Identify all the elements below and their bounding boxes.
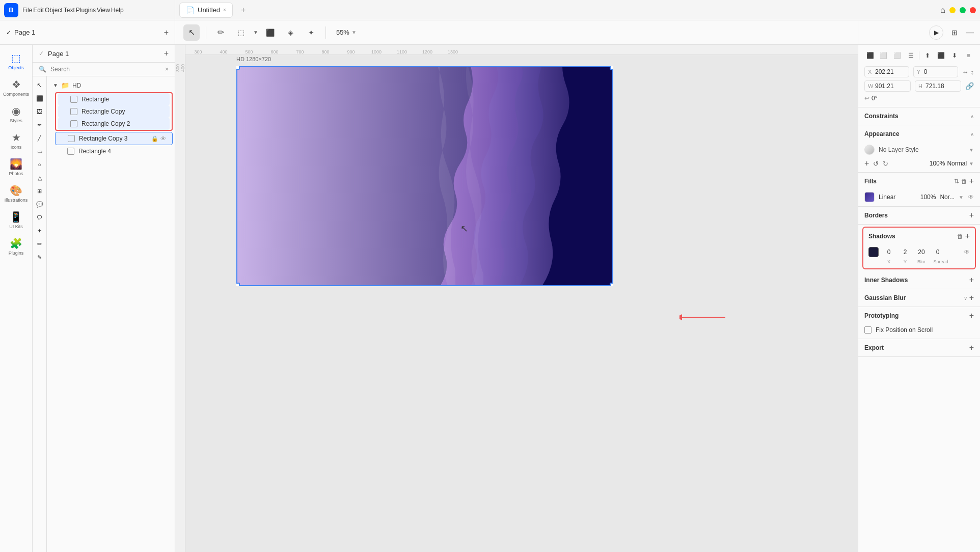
add-export-btn[interactable]: + (969, 343, 974, 352)
move-tool[interactable]: ↖ (34, 79, 45, 91)
appearance-header[interactable]: Appearance ∧ (858, 125, 980, 143)
comment-tool[interactable]: 💬 (34, 199, 45, 210)
sidebar-uikits[interactable]: 📱 UI Kits (4, 208, 29, 232)
layer-rectangle-copy[interactable]: Rectangle Copy (58, 105, 170, 118)
line-tool[interactable]: ╱ (34, 132, 45, 144)
add-page-btn[interactable]: + (164, 28, 169, 37)
fill-dropdown[interactable]: ▼ (959, 195, 964, 200)
constraints-header[interactable]: Constraints ∧ (858, 107, 980, 125)
chat-tool[interactable]: 🗩 (34, 212, 45, 223)
sync-style-btn[interactable]: ↺ (873, 160, 879, 168)
h-field[interactable]: H 721.18 (915, 80, 961, 92)
add-inner-shadow-btn[interactable]: + (969, 275, 974, 285)
align-right-btn[interactable]: ⬜ (892, 50, 903, 61)
close-btn[interactable] (970, 7, 976, 13)
fill-visibility-btn[interactable]: 👁 (968, 194, 974, 201)
sidebar-components[interactable]: ❖ Components (4, 75, 29, 100)
align-middle-btn[interactable]: ⬛ (936, 50, 947, 61)
x-field[interactable]: X 202.21 (864, 66, 909, 77)
fix-position-checkbox[interactable] (864, 326, 872, 334)
align-bottom-btn[interactable]: ⬇ (949, 50, 960, 61)
minimize-btn[interactable] (949, 7, 956, 13)
page-title[interactable]: Page 1 (48, 50, 160, 58)
align-distribute-v-btn[interactable]: ≡ (963, 50, 974, 61)
delete-fill-btn[interactable]: 🗑 (961, 178, 967, 185)
minimize-panel-btn[interactable]: — (966, 28, 974, 37)
sidebar-photos[interactable]: 🌄 Photos (4, 155, 29, 179)
fill-type-label[interactable]: Linear (879, 194, 916, 201)
align-left-btn[interactable]: ⬛ (864, 50, 876, 61)
layer-rectangle-copy-3[interactable]: Rectangle Copy 3 🔒 👁 (55, 132, 173, 145)
clear-search-icon[interactable]: × (165, 66, 169, 73)
add-style-btn[interactable]: + (864, 159, 869, 168)
pen-tool[interactable]: ✒ (34, 119, 45, 130)
select-tool[interactable]: ↖ (183, 24, 200, 41)
menu-object[interactable]: Object (45, 7, 63, 14)
menu-plugins[interactable]: Plugins (76, 7, 96, 14)
search-input[interactable] (50, 66, 161, 73)
oval-tool[interactable]: ○ (34, 159, 45, 170)
tri-tool[interactable]: △ (34, 172, 45, 183)
sidebar-icons[interactable]: ★ Icons (4, 128, 29, 153)
add-shadow-btn[interactable]: + (965, 232, 970, 241)
shadow-spread-val[interactable]: 0 (932, 249, 944, 256)
menu-view[interactable]: View (97, 7, 110, 14)
rect-tool-side[interactable]: ▭ (34, 146, 45, 157)
add-border-btn[interactable]: + (969, 211, 974, 220)
delete-shadow-btn[interactable]: 🗑 (957, 233, 963, 240)
sidebar-illustrations[interactable]: 🎨 Illustrations (4, 181, 29, 206)
add-fill-btn[interactable]: + (969, 177, 974, 186)
grid-view-btn[interactable]: ⊞ (947, 25, 962, 40)
mask-tool[interactable]: ◈ (283, 24, 299, 41)
add-gaussian-btn[interactable]: + (969, 293, 974, 302)
flip-h-icon[interactable]: ↔ (962, 68, 969, 76)
shadow-color-swatch[interactable] (868, 247, 879, 257)
shadow-x-val[interactable]: 0 (883, 249, 895, 256)
canvas-area[interactable]: 300 400 500 600 700 800 900 1000 1100 12… (175, 45, 858, 552)
layer-style-dropdown[interactable]: ▼ (969, 147, 974, 153)
maximize-btn[interactable] (960, 7, 966, 13)
add-layer-btn[interactable]: + (164, 49, 169, 58)
sidebar-styles[interactable]: ◉ Styles (4, 102, 29, 126)
menu-text[interactable]: Text (64, 7, 75, 14)
sidebar-shortcuts[interactable]: ⌨ Shortcuts (4, 548, 29, 552)
lock-icon[interactable]: 🔒 (151, 135, 158, 142)
layer-rectangle[interactable]: Rectangle (58, 93, 170, 105)
design-frame[interactable] (236, 66, 613, 286)
pencil-tool[interactable]: ✏ (212, 24, 229, 41)
refresh-style-btn[interactable]: ↻ (883, 160, 888, 168)
fill-blend-mode[interactable]: Nor... (940, 194, 955, 201)
plugin-tool[interactable]: ✦ (34, 225, 45, 236)
shape-dropdown[interactable]: ▼ (253, 30, 258, 35)
align-center-h-btn[interactable]: ⬜ (878, 50, 889, 61)
app-logo[interactable]: B (4, 3, 18, 17)
blend-mode[interactable]: Normal (947, 160, 967, 167)
flip-v-icon[interactable]: ↕ (971, 68, 974, 76)
frame-tool[interactable]: ⬛ (34, 93, 45, 104)
menu-file[interactable]: File (22, 7, 32, 14)
sidebar-objects[interactable]: ⬚ Objects (4, 49, 29, 73)
no-layer-style-label[interactable]: No Layer Style (879, 146, 965, 153)
sort-fills-btn[interactable]: ⇅ (954, 178, 959, 185)
menu-help[interactable]: Help (111, 7, 124, 14)
lock-ratio-icon[interactable]: 🔗 (965, 80, 974, 92)
layer-rectangle-copy-2[interactable]: Rectangle Copy 2 (58, 118, 170, 130)
table-tool[interactable]: ⊞ (34, 185, 45, 197)
rotation-value[interactable]: 0° (872, 95, 877, 102)
home-icon[interactable]: ⌂ (940, 6, 945, 15)
erase-tool[interactable]: ✏ (34, 238, 45, 250)
new-tab-btn[interactable]: + (237, 4, 250, 17)
zoom-control[interactable]: 55% ▼ (332, 26, 361, 38)
shape-tool[interactable]: ⬚ (233, 24, 249, 41)
menu-edit[interactable]: Edit (33, 7, 44, 14)
select-rect-tool[interactable]: ⬛ (262, 24, 279, 41)
opacity-value[interactable]: 100% (930, 160, 945, 167)
gaussian-blur-chevron[interactable]: ∨ (964, 295, 967, 301)
shadow-y-val[interactable]: 2 (899, 249, 911, 256)
align-distribute-h-btn[interactable]: ☰ (905, 50, 916, 61)
symbol-tool[interactable]: ✦ (303, 24, 319, 41)
page-name[interactable]: Page 1 (14, 29, 161, 36)
image-tool[interactable]: 🖼 (34, 106, 45, 117)
fill-color-swatch[interactable] (864, 192, 875, 202)
sidebar-plugins[interactable]: 🧩 Plugins (4, 234, 29, 259)
